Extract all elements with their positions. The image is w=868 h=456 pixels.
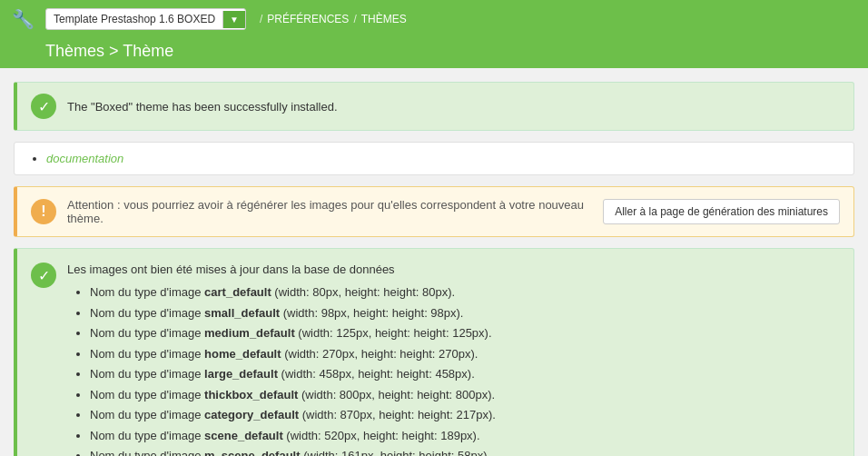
success-check-icon: ✓ [31,94,56,119]
warning-text: Attention : vous pourriez avoir à régéné… [67,198,592,225]
images-updated-title: Les images ont bien été mises à jour dan… [67,263,840,276]
wrench-icon: 🔧 [9,5,36,33]
images-updated-alert: ✓ Les images ont bien été mises à jour d… [14,248,854,456]
image-types-list: Nom du type d'image cart_default (width:… [90,283,840,456]
list-item: Nom du type d'image small_default (width… [90,304,840,322]
images-check-icon: ✓ [31,263,56,288]
warning-icon: ! [31,199,56,224]
list-item: Nom du type d'image medium_default (widt… [90,324,840,342]
main-content: ✓ The "Boxed" theme has been successfull… [0,68,868,456]
warning-alert: ! Attention : vous pourriez avoir à régé… [14,186,854,237]
template-label: Template Prestashop 1.6 BOXED [46,9,222,29]
breadcrumb-themes: THÈMES [361,13,407,25]
generate-thumbnails-button[interactable]: Aller à la page de génération des miniat… [603,199,840,224]
breadcrumb-separator-1: / [260,13,262,25]
list-item: Nom du type d'image scene_default (width… [90,427,840,445]
list-item: Nom du type d'image m_scene_default (wid… [90,447,840,456]
page-title-bar: Thèmes > Thème [0,38,868,68]
list-item: Nom du type d'image home_default (width:… [90,345,840,363]
images-content: Les images ont bien été mises à jour dan… [67,263,840,456]
install-success-message: The "Boxed" theme has been successfully … [67,100,338,114]
template-button[interactable]: Template Prestashop 1.6 BOXED ▼ [45,8,246,30]
documentation-link[interactable]: documentation [46,152,123,165]
breadcrumb-preferences: PRÉFÉRENCES [267,13,349,25]
dropdown-arrow-icon[interactable]: ▼ [222,11,245,28]
breadcrumb: / PRÉFÉRENCES / THÈMES [260,13,407,25]
install-success-alert: ✓ The "Boxed" theme has been successfull… [14,82,854,131]
list-item: Nom du type d'image cart_default (width:… [90,283,840,302]
page-title: Thèmes > Thème [45,42,859,61]
breadcrumb-separator-2: / [353,13,356,25]
top-bar: 🔧 Template Prestashop 1.6 BOXED ▼ / PRÉF… [0,0,868,38]
list-item: Nom du type d'image large_default (width… [90,365,840,383]
list-item: Nom du type d'image thickbox_default (wi… [90,386,840,404]
list-item: Nom du type d'image category_default (wi… [90,406,840,424]
doc-link-area: documentation [14,142,854,175]
